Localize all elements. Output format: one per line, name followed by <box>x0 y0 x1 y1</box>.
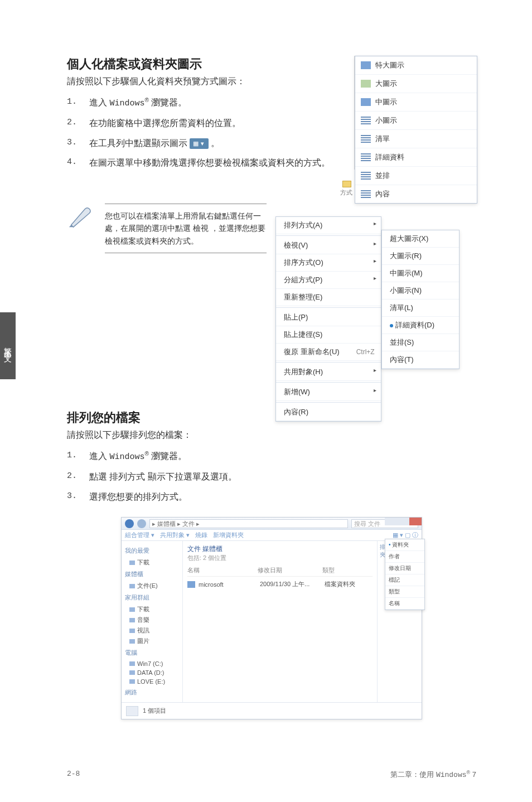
ctx-item[interactable]: 排列方式(A) <box>276 217 381 234</box>
arrange-by-menu[interactable]: • 資料夾 作者 修改日期 標記 類型 名稱 <box>385 539 425 610</box>
explorer-titlebar: ▸ 媒體櫃 ▸ 文件 ▸ 搜尋 文件 <box>122 518 422 530</box>
arrange-item[interactable]: 作者 <box>385 551 424 563</box>
column-headers[interactable]: 名稱 修改日期 類型 <box>187 564 373 577</box>
ctx-sub-item[interactable]: 並排(S) <box>382 334 459 351</box>
nav-item[interactable]: 文件(E) <box>125 581 179 591</box>
nav-pane[interactable]: 我的最愛 下載 媒體櫃 文件(E) 家用群組 下載 音樂 視訊 圖片 電腦 Wi… <box>122 541 183 702</box>
forward-button[interactable] <box>137 519 146 528</box>
ctx-sub-item[interactable]: 小圖示(N) <box>382 282 459 299</box>
tiles-icon <box>361 172 371 180</box>
toolbar-share[interactable]: 共用對象 ▾ <box>160 531 190 539</box>
ctx-sub-item[interactable]: 清單(L) <box>382 299 459 317</box>
ctx-item[interactable]: 共用對象(H) <box>276 364 381 381</box>
ctx-sub-item[interactable]: 內容(T) <box>382 351 459 369</box>
ctx-item[interactable]: 內容(R) <box>276 404 381 421</box>
ctx-sub-item[interactable]: 超大圖示(X) <box>382 230 459 248</box>
nav-item[interactable]: 下載 <box>125 604 179 615</box>
details-icon <box>361 153 371 161</box>
selected-dot-icon <box>390 324 393 327</box>
ctx-item-undo[interactable]: 復原 重新命名(U)Ctrl+Z <box>276 344 381 361</box>
dd-item[interactable]: 並排 <box>375 171 390 181</box>
ctx-item[interactable]: 貼上(P) <box>276 309 381 326</box>
chapter-label: 第二章：使用 Windows® 7 <box>390 770 476 780</box>
context-submenu-view[interactable]: 超大圖示(X) 大圖示(R) 中圖示(M) 小圖示(N) 清單(L) 詳細資料(… <box>381 230 460 369</box>
library-header: 文件 媒體櫃 包括: 2 個位置 <box>187 544 373 564</box>
arrange-item[interactable]: 修改日期 <box>385 563 424 574</box>
nav-item[interactable]: Win7 (C:) <box>125 659 179 668</box>
context-menu-group: 排列方式(A) 檢視(V) 排序方式(O) 分組方式(P) 重新整理(E) 貼上… <box>275 216 476 422</box>
toolbar-view-icons[interactable]: ▦ ▾ ▢ ⓘ <box>393 531 418 539</box>
step-number: 3. <box>67 490 89 503</box>
nav-item[interactable]: 音樂 <box>125 615 179 625</box>
medium-icons-icon <box>361 98 371 106</box>
ctx-item[interactable]: 分組方式(P) <box>276 272 381 289</box>
step-body: 進入 Windows® 瀏覽器。 <box>89 449 476 464</box>
dd-item[interactable]: 特大圖示 <box>375 60 404 70</box>
ctx-item[interactable]: 新增(W) <box>276 384 381 401</box>
view-size-dropdown[interactable]: 特大圖示 大圖示 中圖示 小圖示 清單 詳細資料 並排 內容 <box>355 56 477 204</box>
toolbar-organize[interactable]: 組合管理 ▾ <box>125 531 154 539</box>
page-footer: 2-8 第二章：使用 Windows® 7 <box>67 770 476 780</box>
nav-item[interactable]: 下載 <box>125 557 179 568</box>
step-body: 選擇您想要的排列方式。 <box>89 490 476 504</box>
status-thumb-icon <box>126 706 138 716</box>
ctx-item[interactable]: 重新整理(E) <box>276 289 381 306</box>
view-toggle-chip: ▦ ▾ <box>190 138 208 149</box>
nav-group: 電腦 <box>125 649 179 657</box>
step-number: 3. <box>67 136 89 149</box>
arrange-item[interactable]: 標記 <box>385 574 424 586</box>
address-bar[interactable]: ▸ 媒體櫃 ▸ 文件 ▸ <box>149 519 348 528</box>
step-body: 點選 排列方式 顯示下拉選單及選項。 <box>89 470 476 484</box>
small-icons-icon <box>361 117 371 124</box>
nav-item[interactable]: 視訊 <box>125 625 179 636</box>
section2-steps: 1. 進入 Windows® 瀏覽器。 2. 點選 排列方式 顯示下拉選單及選項… <box>67 449 476 504</box>
arrange-item[interactable]: 名稱 <box>385 598 424 610</box>
dd-item[interactable]: 內容 <box>375 189 390 199</box>
dd-item[interactable]: 小圖示 <box>375 115 397 125</box>
explorer-window: ▸ 媒體櫃 ▸ 文件 ▸ 搜尋 文件 組合管理 ▾ 共用對象 ▾ 燒錄 新增資料… <box>121 517 422 719</box>
ctx-item[interactable]: 排序方式(O) <box>276 254 381 272</box>
nav-group: 網路 <box>125 688 179 697</box>
ctx-sub-item[interactable]: 詳細資料(D) <box>382 317 459 334</box>
xl-icons-icon <box>361 61 371 69</box>
dd-item[interactable]: 清單 <box>375 134 390 144</box>
list-icon <box>361 135 371 143</box>
toolbar-burn[interactable]: 燒錄 <box>195 531 207 539</box>
ctx-item-view[interactable]: 檢視(V) <box>276 237 381 254</box>
file-list[interactable]: 文件 媒體櫃 包括: 2 個位置 名稱 修改日期 類型 microsoft 20… <box>183 541 377 702</box>
context-menu-main[interactable]: 排列方式(A) 檢視(V) 排序方式(O) 分組方式(P) 重新整理(E) 貼上… <box>275 216 381 422</box>
window-buttons[interactable] <box>385 518 422 525</box>
page: 個人化檔案或資料夾圖示 請按照以下步驟個人化資料夾預覽方式圖示： 1. 進入 W… <box>0 0 532 742</box>
nav-group: 媒體櫃 <box>125 570 179 578</box>
dd-item[interactable]: 中圖示 <box>375 97 397 107</box>
nav-item[interactable]: 圖片 <box>125 636 179 646</box>
explorer-toolbar: 組合管理 ▾ 共用對象 ▾ 燒錄 新增資料夾 ▦ ▾ ▢ ⓘ <box>122 530 422 541</box>
arrange-item[interactable]: 類型 <box>385 586 424 598</box>
ctx-sub-item[interactable]: 大圖示(R) <box>382 248 459 265</box>
nav-item[interactable]: LOVE (E:) <box>125 677 179 686</box>
step-number: 1. <box>67 449 89 462</box>
back-button[interactable] <box>125 519 134 528</box>
nav-group: 家用群組 <box>125 593 179 602</box>
step-number: 2. <box>67 470 89 483</box>
step-number: 4. <box>67 156 89 169</box>
section2-subtitle: 請按照以下步驟排列您的檔案： <box>67 429 476 441</box>
nav-item[interactable]: DATA (D:) <box>125 668 179 677</box>
pen-icon <box>67 204 93 231</box>
toolbar-newfolder[interactable]: 新增資料夾 <box>213 531 244 539</box>
arrange-item[interactable]: • 資料夾 <box>385 539 424 551</box>
large-icons-icon <box>361 80 371 88</box>
dd-item[interactable]: 大圖示 <box>375 79 397 89</box>
view-dropdown-gutter: 方式 <box>336 56 355 203</box>
dd-item[interactable]: 詳細資料 <box>375 152 404 162</box>
page-number: 2-8 <box>67 770 80 780</box>
file-row[interactable]: microsoft 2009/11/30 上午... 檔案資料夾 <box>187 578 373 590</box>
section2: 排列您的檔案 請按照以下步驟排列您的檔案： 1. 進入 Windows® 瀏覽器… <box>67 409 476 719</box>
content-icon <box>361 190 371 198</box>
ctx-item[interactable]: 貼上捷徑(S) <box>276 326 381 344</box>
nav-group: 我的最愛 <box>125 547 179 555</box>
note-text: 您也可以在檔案清單上用滑鼠右鍵點選任何一處，在展開的選項中點選 檢視 ，並選擇您… <box>105 204 267 253</box>
ctx-sub-item[interactable]: 中圖示(M) <box>382 265 459 282</box>
status-bar: 1 個項目 <box>122 702 422 719</box>
folder-icon <box>342 181 351 187</box>
